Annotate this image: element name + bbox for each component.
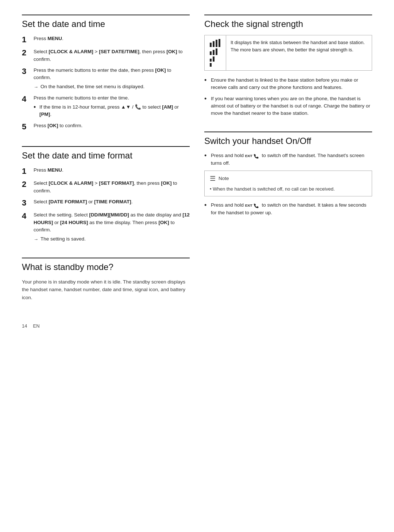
signal-mid-icon xyxy=(210,48,218,55)
svg-rect-5 xyxy=(213,50,215,55)
left-column: Set the date and time 1 Press MENU. 2 Se… xyxy=(22,15,190,312)
signal-icons-cell xyxy=(205,35,226,70)
step-f-number-1: 1 xyxy=(22,167,30,176)
note-header: ☰ Note xyxy=(210,175,367,183)
step-f4-sub: → The setting is saved. xyxy=(34,235,190,243)
arrow-icon-3: → xyxy=(34,83,38,91)
section-title-set-date-time: Set the date and time xyxy=(22,15,190,29)
svg-rect-9 xyxy=(210,63,212,67)
step-f4-sub-text: The setting is saved. xyxy=(40,235,86,243)
signal-bullet-2: • If you hear warning tones when you are… xyxy=(204,95,372,117)
switch-bullet-off: • Press and hold EXIT to switch off the … xyxy=(204,152,372,167)
step-f-content-1: Press MENU. xyxy=(34,167,190,174)
step-2-date-time: 2 Select [CLOCK & ALARM] > [SET DATE/TIM… xyxy=(22,48,190,63)
svg-rect-0 xyxy=(210,43,212,47)
step-number-1: 1 xyxy=(22,35,30,44)
step-f-number-3: 3 xyxy=(22,198,30,208)
standby-body-text: Your phone is in standby mode when it is… xyxy=(22,278,190,302)
section-signal-strength: Check the signal strength xyxy=(204,15,372,121)
bullet-dot-signal-2: • xyxy=(204,95,208,103)
signal-bullet-1-text: Ensure the handset is linked to the base… xyxy=(211,77,372,91)
svg-rect-7 xyxy=(210,59,212,62)
step-f-number-2: 2 xyxy=(22,180,30,189)
step-1-date-time: 1 Press MENU. xyxy=(22,35,190,44)
step-5-date-time: 5 Press [OK] to confirm. xyxy=(22,122,190,132)
switch-bullet-on: • Press and hold EXIT to switch on the h… xyxy=(204,202,372,216)
arrow-icon-f4: → xyxy=(34,236,38,243)
footer-content: 14 EN xyxy=(22,323,372,329)
section-title-switch: Switch your handset On/Off xyxy=(204,132,372,146)
step-4-sub: • If the time is in 12-hour format, pres… xyxy=(34,103,190,118)
step-f-content-2: Select [CLOCK & ALARM] > [SET FORMAT], t… xyxy=(34,180,190,195)
step-f-content-4: Select the setting. Select [DD/MM][MM/DD… xyxy=(34,211,190,243)
right-column: Check the signal strength xyxy=(204,15,372,312)
section-standby-mode: What is standby mode? Your phone is in s… xyxy=(22,258,190,302)
footer-lang: EN xyxy=(33,323,39,329)
page-footer: 14 EN xyxy=(22,323,372,329)
steps-list-date-time-format: 1 Press MENU. 2 Select [CLOCK & ALARM] >… xyxy=(22,167,190,243)
section-set-date-time-format: Set the date and time format 1 Press MEN… xyxy=(22,146,190,247)
step-f3: 3 Select [DATE FORMAT] or [TIME FORMAT]. xyxy=(22,198,190,208)
section-set-date-time: Set the date and time 1 Press MENU. 2 Se… xyxy=(22,15,190,135)
section-title-standby: What is standby mode? xyxy=(22,258,190,272)
section-title-date-time-format: Set the date and time format xyxy=(22,146,190,161)
page-layout: Set the date and time 1 Press MENU. 2 Se… xyxy=(22,15,372,312)
bullet-dot-switch-on: • xyxy=(204,202,208,210)
note-content-text: • When the handset is switched off, no c… xyxy=(210,185,367,193)
step-3-sub-text: On the handset, the time set menu is dis… xyxy=(40,83,144,90)
step-f1: 1 Press MENU. xyxy=(22,167,190,176)
step-number-3: 3 xyxy=(22,67,30,76)
phone-handset-icon-off xyxy=(253,154,260,159)
signal-bullet-1: • Ensure the handset is linked to the ba… xyxy=(204,77,372,91)
step-f4: 4 Select the setting. Select [DD/MM][MM/… xyxy=(22,211,190,243)
step-4-sub-text: If the time is in 12-hour format, press … xyxy=(39,103,190,118)
step-number-2: 2 xyxy=(22,48,30,58)
step-content-5: Press [OK] to confirm. xyxy=(34,122,190,129)
step-4-date-time: 4 Press the numeric buttons to enter the… xyxy=(22,94,190,118)
signal-low-icon xyxy=(210,56,215,62)
step-number-5: 5 xyxy=(22,122,30,132)
svg-rect-8 xyxy=(213,56,215,62)
step-f-number-4: 4 xyxy=(22,211,30,221)
bullet-dot-4: • xyxy=(34,103,37,112)
step-number-4: 4 xyxy=(22,94,30,104)
bullet-dot-switch-off: • xyxy=(204,152,208,160)
exit-phone-icon-on: EXIT xyxy=(245,203,260,208)
step-content-2: Select [CLOCK & ALARM] > [SET DATE/TIME]… xyxy=(34,48,190,63)
step-f2: 2 Select [CLOCK & ALARM] > [SET FORMAT],… xyxy=(22,180,190,195)
svg-rect-1 xyxy=(213,41,215,47)
signal-table: It displays the link status between the … xyxy=(204,35,372,71)
svg-rect-4 xyxy=(210,51,212,55)
exit-phone-icon-off: EXIT xyxy=(245,154,260,159)
note-label-text: Note xyxy=(219,176,229,181)
switch-bullets: • Press and hold EXIT to switch off the … xyxy=(204,152,372,167)
signal-full-icon xyxy=(210,39,221,47)
section-switch-onoff: Switch your handset On/Off • Press and h… xyxy=(204,132,372,220)
signal-minimal-icon xyxy=(210,63,212,67)
signal-bullets: • Ensure the handset is linked to the ba… xyxy=(204,77,372,117)
steps-list-date-time: 1 Press MENU. 2 Select [CLOCK & ALARM] >… xyxy=(22,35,190,132)
note-box: ☰ Note • When the handset is switched of… xyxy=(204,171,372,197)
signal-description-text: It displays the link status between the … xyxy=(226,35,372,70)
signal-bullet-2-text: If you hear warning tones when you are o… xyxy=(211,95,372,117)
step-3-date-time: 3 Press the numeric buttons to enter the… xyxy=(22,67,190,91)
svg-rect-2 xyxy=(216,40,217,47)
footer-page-num: 14 xyxy=(22,323,27,329)
section-title-signal: Check the signal strength xyxy=(204,15,372,29)
bullet-dot-signal-1: • xyxy=(204,77,208,85)
step-content-4: Press the numeric buttons to enter the t… xyxy=(34,94,190,118)
phone-handset-icon-on xyxy=(253,203,260,208)
step-content-3: Press the numeric buttons to enter the d… xyxy=(34,67,190,91)
switch-off-text: Press and hold EXIT to switch off the ha… xyxy=(211,152,372,167)
note-lines-icon: ☰ xyxy=(210,175,216,183)
svg-rect-6 xyxy=(216,48,217,55)
switch-bullets-on: • Press and hold EXIT to switch on the h… xyxy=(204,202,372,216)
step-3-sub: → On the handset, the time set menu is d… xyxy=(34,83,190,91)
switch-on-text: Press and hold EXIT to switch on the han… xyxy=(211,202,372,216)
step-f-content-3: Select [DATE FORMAT] or [TIME FORMAT]. xyxy=(34,198,190,206)
svg-rect-3 xyxy=(219,39,220,47)
step-content-1: Press MENU. xyxy=(34,35,190,42)
